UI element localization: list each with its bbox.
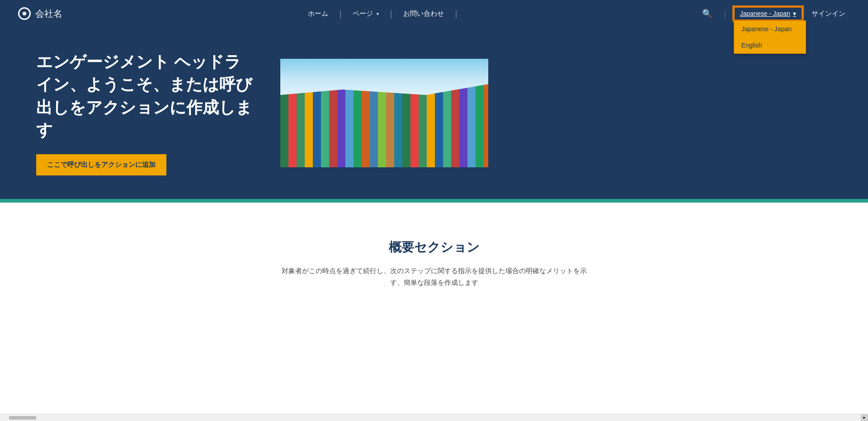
overview-section: 概要セクション 対象者がこの時点を過ぎて続行し、次のステップに関する指示を提供し…	[0, 203, 868, 324]
hero-cta-button[interactable]: ここで呼び出しをアクションに追加	[36, 154, 166, 175]
hero-image	[280, 59, 488, 167]
nav-separator-3: ｜	[452, 8, 460, 19]
brand-logo[interactable]: 会社名	[18, 7, 62, 20]
nav-item-pages: ページ ▾	[344, 9, 387, 18]
hero-image-stripes	[280, 59, 488, 167]
nav-separator-1: ｜	[336, 8, 344, 19]
brand-name: 会社名	[35, 8, 62, 20]
language-option-japanese[interactable]: Japanese - Japan	[734, 21, 806, 37]
nav-pages-label: ページ	[353, 9, 373, 18]
language-button[interactable]: Japanese - Japan ▾	[734, 7, 802, 20]
navbar: 会社名 ホーム ｜ ページ ▾ ｜ お問い合わせ ｜ 🔍 ｜ Japan	[0, 0, 868, 27]
language-selector: Japanese - Japan ▾ Japanese - Japan Engl…	[734, 7, 802, 20]
nav-menu: ホーム ｜ ページ ▾ ｜ お問い合わせ ｜	[300, 8, 460, 19]
language-chevron-icon: ▾	[793, 10, 796, 17]
hero-title: エンゲージメント ヘッドライン、ようこそ、または呼び出しをアクションに作成します	[36, 51, 253, 142]
chevron-down-icon: ▾	[377, 11, 379, 16]
nav-item-home: ホーム	[300, 9, 336, 18]
signin-link[interactable]: サインイン	[807, 9, 850, 18]
brand-icon	[18, 7, 31, 20]
language-dropdown: Japanese - Japan English	[734, 20, 806, 54]
navbar-right: 🔍 ｜ Japanese - Japan ▾ Japanese - Japan …	[698, 7, 850, 20]
nav-item-contact: お問い合わせ	[395, 9, 452, 18]
nav-link-contact[interactable]: お問い合わせ	[395, 9, 452, 18]
hero-image-sky	[280, 59, 488, 95]
overview-description: 対象者がこの時点を過ぎて続行し、次のステップに関する指示を提供した場合の明確なメ…	[276, 265, 592, 288]
teal-divider	[0, 199, 868, 203]
nav-link-home[interactable]: ホーム	[300, 9, 336, 18]
language-option-english[interactable]: English	[734, 37, 806, 53]
nav-dropdown-pages[interactable]: ページ ▾	[344, 9, 387, 18]
nav-separator-2: ｜	[387, 8, 395, 19]
search-icon[interactable]: 🔍	[698, 9, 717, 19]
hero-content: エンゲージメント ヘッドライン、ようこそ、または呼び出しをアクションに作成します…	[36, 51, 253, 176]
language-button-label: Japanese - Japan	[740, 10, 790, 17]
overview-title: 概要セクション	[18, 239, 850, 256]
